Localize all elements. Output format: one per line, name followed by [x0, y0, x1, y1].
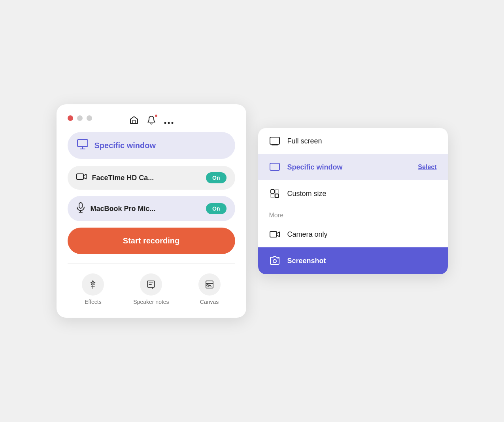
svg-rect-5 [79, 203, 82, 208]
speaker-notes-tool[interactable]: Speaker notes [133, 273, 169, 305]
microphone-toggle[interactable]: On [206, 203, 226, 214]
svg-rect-17 [275, 190, 279, 193]
more-icon[interactable] [164, 116, 174, 126]
microphone-row[interactable]: MacBook Pro Mic... On [68, 196, 235, 221]
specific-window-menu-icon [269, 163, 280, 171]
specific-window-item[interactable]: Specific window Select [258, 154, 448, 180]
more-section-label: More [258, 207, 448, 221]
fullscreen-icon [269, 137, 280, 145]
divider [68, 264, 235, 264]
camera-row-left: FaceTime HD Ca... [76, 172, 154, 183]
svg-point-12 [207, 284, 208, 286]
maximize-button[interactable] [87, 115, 92, 121]
close-button[interactable] [68, 115, 73, 121]
full-screen-label: Full screen [287, 137, 437, 145]
start-recording-button[interactable]: Start recording [68, 228, 235, 254]
home-icon[interactable] [129, 115, 139, 127]
effects-icon [82, 273, 104, 296]
svg-rect-14 [270, 163, 279, 170]
svg-rect-13 [270, 137, 279, 144]
camera-only-item[interactable]: Camera only [258, 221, 448, 247]
microphone-label: MacBook Pro Mic... [91, 205, 156, 213]
effects-tool[interactable]: Effects [82, 273, 104, 305]
canvas-icon [198, 273, 221, 296]
custom-size-label: Custom size [287, 190, 437, 198]
svg-point-0 [164, 122, 166, 124]
start-recording-label: Start recording [123, 236, 179, 245]
camera-toggle[interactable]: On [206, 172, 226, 183]
svg-rect-3 [77, 139, 88, 147]
camera-only-label: Camera only [287, 230, 437, 239]
camera-row[interactable]: FaceTime HD Ca... On [68, 166, 235, 190]
microphone-row-left: MacBook Pro Mic... [76, 202, 156, 215]
camera-icon [76, 172, 87, 183]
camera-only-icon [269, 230, 280, 239]
screenshot-item[interactable]: Screenshot [258, 247, 448, 274]
speaker-notes-label: Speaker notes [133, 299, 169, 305]
microphone-icon [76, 202, 85, 215]
specific-window-menu-label: Specific window [287, 163, 411, 171]
full-screen-item[interactable]: Full screen [258, 128, 448, 154]
svg-rect-10 [147, 281, 155, 287]
left-panel: Specific window FaceTime HD Ca... On [57, 104, 246, 318]
svg-point-1 [168, 122, 170, 124]
custom-size-item[interactable]: Custom size [258, 180, 448, 207]
svg-rect-19 [270, 232, 277, 237]
notification-badge [154, 114, 158, 118]
bottom-tools: Effects Speaker notes [68, 273, 235, 305]
screenshot-icon [269, 256, 280, 266]
screenshot-label: Screenshot [287, 257, 437, 265]
minimize-button[interactable] [77, 115, 83, 121]
canvas-tool[interactable]: Canvas [198, 273, 221, 305]
camera-label: FaceTime HD Ca... [92, 174, 154, 182]
svg-rect-15 [271, 190, 274, 193]
specific-window-button[interactable]: Specific window [68, 132, 235, 159]
svg-rect-4 [77, 174, 83, 179]
header-icons [129, 115, 174, 127]
monitor-icon [77, 139, 88, 152]
custom-size-icon [269, 189, 280, 198]
right-panel: Full screen Specific window Select [258, 128, 448, 274]
bell-icon[interactable] [147, 115, 156, 127]
svg-point-20 [273, 260, 276, 263]
speaker-notes-icon [140, 273, 162, 296]
svg-rect-18 [271, 194, 274, 198]
canvas-label: Canvas [200, 299, 219, 305]
svg-point-2 [171, 122, 173, 124]
effects-label: Effects [85, 299, 102, 305]
select-button[interactable]: Select [418, 164, 436, 171]
specific-window-label: Specific window [94, 141, 156, 150]
svg-rect-16 [275, 194, 279, 198]
